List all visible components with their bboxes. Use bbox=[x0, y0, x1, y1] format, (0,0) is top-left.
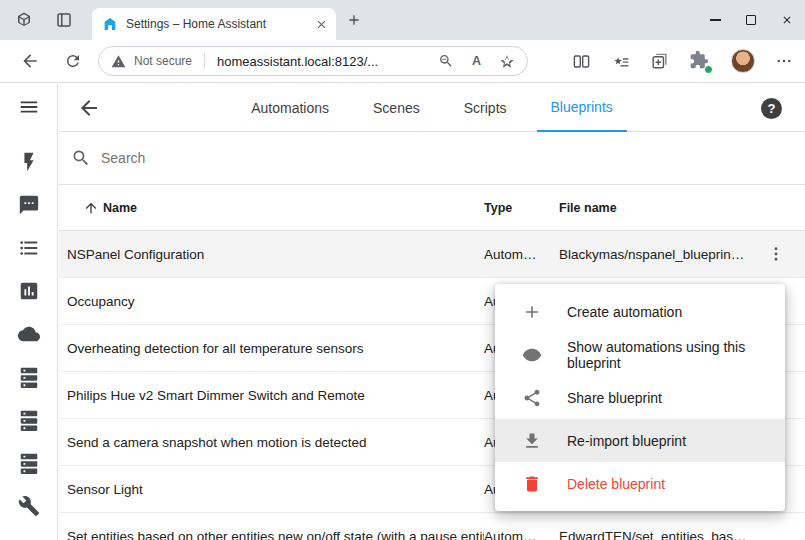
row-type: Autom… bbox=[484, 247, 559, 262]
more-icon[interactable] bbox=[775, 52, 793, 70]
tab-title: Settings – Home Assistant bbox=[126, 17, 311, 31]
server-icon[interactable] bbox=[17, 408, 41, 432]
table-row[interactable]: Set entities based on other entities new… bbox=[59, 513, 805, 540]
menu-item-show-automations[interactable]: Show automations using this blueprint bbox=[495, 333, 785, 376]
row-name: Send a camera snapshot when motion is de… bbox=[67, 435, 484, 450]
search-icon bbox=[71, 148, 91, 168]
split-screen-icon[interactable] bbox=[572, 52, 591, 71]
row-name: NSPanel Configuration bbox=[67, 247, 484, 262]
plus-icon bbox=[522, 302, 542, 322]
workspaces-icon[interactable] bbox=[12, 8, 36, 32]
row-overflow-menu-icon[interactable] bbox=[764, 242, 788, 266]
maximize-button[interactable] bbox=[733, 0, 769, 40]
back-button[interactable] bbox=[20, 51, 40, 71]
tab-blueprints[interactable]: Blueprints bbox=[537, 84, 627, 132]
blueprint-context-menu: Create automation Show automations using… bbox=[495, 284, 785, 511]
server-icon[interactable] bbox=[17, 365, 41, 389]
row-file: Blackymas/nspanel_blueprin… bbox=[559, 247, 754, 262]
read-aloud-icon[interactable]: A bbox=[472, 54, 481, 68]
row-type: Autom… bbox=[484, 529, 559, 540]
tab-automations[interactable]: Automations bbox=[237, 84, 343, 132]
search-row bbox=[59, 132, 805, 185]
menu-item-reimport-blueprint[interactable]: Re-import blueprint bbox=[495, 419, 785, 462]
browser-tabstrip: Settings – Home Assistant bbox=[0, 0, 805, 40]
address-bar[interactable]: Not secure homeassistant.local:8123/... … bbox=[98, 46, 528, 76]
assist-icon[interactable] bbox=[17, 193, 41, 217]
table-header: Name Type File name bbox=[59, 185, 805, 231]
page-content: Automations Scenes Scripts Blueprints ? … bbox=[0, 84, 805, 540]
browser-toolbar: Not secure homeassistant.local:8123/... … bbox=[0, 40, 805, 83]
search-input[interactable] bbox=[101, 150, 421, 166]
row-file: EdwardTEN/set_entities_bas… bbox=[559, 529, 754, 540]
server-icon[interactable] bbox=[17, 451, 41, 475]
row-name: Overheating detection for all temperatur… bbox=[67, 341, 484, 356]
row-name: Occupancy bbox=[67, 294, 484, 309]
row-name: Philips Hue v2 Smart Dimmer Switch and R… bbox=[67, 388, 484, 403]
address-divider bbox=[204, 53, 205, 69]
refresh-button[interactable] bbox=[64, 52, 82, 70]
bookmark-star-icon[interactable] bbox=[499, 53, 515, 69]
delete-icon bbox=[522, 474, 542, 494]
column-header-name[interactable]: Name bbox=[83, 200, 484, 216]
menu-item-delete-blueprint[interactable]: Delete blueprint bbox=[495, 462, 785, 505]
extension-icon[interactable] bbox=[689, 50, 711, 72]
sort-arrow-icon bbox=[83, 200, 99, 216]
tab-scenes[interactable]: Scenes bbox=[359, 84, 434, 132]
help-icon[interactable]: ? bbox=[761, 98, 782, 119]
share-icon bbox=[522, 388, 542, 408]
row-name: Sensor Light bbox=[67, 482, 484, 497]
ha-sidebar bbox=[0, 84, 58, 540]
favorites-icon[interactable] bbox=[611, 52, 630, 71]
collections-icon[interactable] bbox=[650, 52, 669, 71]
row-name: Set entities based on other entities new… bbox=[67, 529, 484, 540]
profile-avatar[interactable] bbox=[731, 49, 755, 73]
zoom-out-icon[interactable] bbox=[438, 53, 454, 69]
menu-item-share-blueprint[interactable]: Share blueprint bbox=[495, 376, 785, 419]
history-icon[interactable] bbox=[17, 279, 41, 303]
home-assistant-favicon bbox=[102, 16, 118, 32]
minimize-button[interactable] bbox=[697, 0, 733, 40]
tab-scripts[interactable]: Scripts bbox=[450, 84, 521, 132]
cloud-icon[interactable] bbox=[17, 322, 41, 346]
ha-appbar: Automations Scenes Scripts Blueprints ? bbox=[59, 84, 805, 132]
warning-icon bbox=[111, 54, 126, 69]
new-tab-button[interactable] bbox=[346, 12, 362, 28]
browser-tab[interactable]: Settings – Home Assistant bbox=[92, 8, 336, 40]
column-header-file[interactable]: File name bbox=[559, 201, 754, 215]
extension-status-badge bbox=[704, 65, 713, 74]
column-header-type[interactable]: Type bbox=[484, 201, 559, 215]
tab-actions-icon[interactable] bbox=[52, 8, 76, 32]
close-button[interactable] bbox=[769, 0, 805, 40]
table-row[interactable]: NSPanel Configuration Autom… Blackymas/n… bbox=[59, 231, 805, 278]
ha-tab-bar: Automations Scenes Scripts Blueprints bbox=[59, 84, 805, 132]
url-text: homeassistant.local:8123/... bbox=[217, 54, 420, 69]
energy-icon[interactable] bbox=[17, 150, 41, 174]
security-label[interactable]: Not secure bbox=[134, 54, 192, 68]
menu-icon[interactable] bbox=[17, 95, 41, 119]
menu-item-create-automation[interactable]: Create automation bbox=[495, 290, 785, 333]
todo-list-icon[interactable] bbox=[17, 236, 41, 260]
tab-close-icon[interactable] bbox=[315, 18, 328, 31]
eye-icon bbox=[522, 345, 542, 365]
developer-tools-icon[interactable] bbox=[17, 494, 41, 518]
download-icon bbox=[522, 431, 542, 451]
